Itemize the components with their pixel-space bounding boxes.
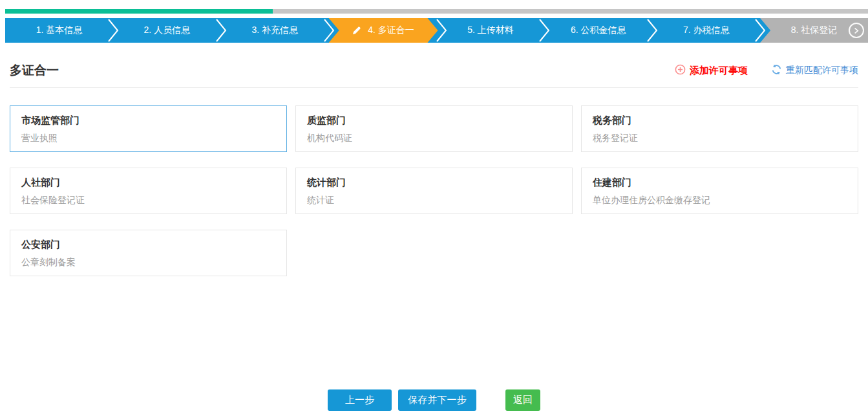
step-provident-fund-info[interactable]: 6. 公积金信息 bbox=[544, 18, 652, 43]
save-and-next-button[interactable]: 保存并下一步 bbox=[398, 389, 476, 411]
step-label: 1. 基本信息 bbox=[36, 25, 83, 36]
card-certificate: 营业执照 bbox=[21, 133, 275, 144]
title-row: 多证合一 添加许可事项 重新匹配许可事项 bbox=[10, 62, 858, 79]
license-card[interactable]: 统计部门 统计证 bbox=[295, 168, 573, 214]
step-personnel-info[interactable]: 2. 人员信息 bbox=[113, 18, 221, 43]
add-license-link[interactable]: 添加许可事项 bbox=[675, 64, 748, 77]
license-card-grid: 市场监管部门 营业执照 质监部门 机构代码证 税务部门 税务登记证 人社部门 社… bbox=[10, 105, 858, 276]
step-upload-materials[interactable]: 5. 上传材料 bbox=[437, 18, 545, 43]
step-label: 5. 上传材料 bbox=[467, 25, 514, 36]
card-department: 公安部门 bbox=[21, 239, 275, 251]
card-certificate: 统计证 bbox=[307, 195, 561, 206]
wizard-progress-track bbox=[5, 9, 868, 14]
more-steps-icon[interactable] bbox=[849, 23, 864, 38]
refresh-icon bbox=[771, 64, 782, 77]
license-card[interactable]: 税务部门 税务登记证 bbox=[581, 105, 858, 152]
step-label: 7. 办税信息 bbox=[683, 25, 730, 36]
card-department: 统计部门 bbox=[307, 177, 561, 189]
step-label: 4. 多证合一 bbox=[368, 25, 414, 36]
add-license-label: 添加许可事项 bbox=[690, 65, 748, 77]
title-divider bbox=[10, 87, 858, 88]
step-label: 3. 补充信息 bbox=[251, 25, 298, 36]
step-label: 2. 人员信息 bbox=[144, 25, 191, 36]
card-department: 质监部门 bbox=[307, 115, 561, 127]
rematch-license-link[interactable]: 重新匹配许可事项 bbox=[771, 64, 858, 77]
rematch-license-label: 重新匹配许可事项 bbox=[786, 65, 858, 76]
card-certificate: 公章刻制备案 bbox=[21, 257, 275, 268]
page-title: 多证合一 bbox=[10, 62, 59, 79]
step-label: 8. 社保登记 bbox=[791, 25, 838, 36]
step-tax-info[interactable]: 7. 办税信息 bbox=[652, 18, 760, 43]
plus-circle-icon bbox=[675, 64, 686, 77]
card-department: 人社部门 bbox=[21, 177, 275, 189]
progress-fill bbox=[5, 9, 273, 14]
license-card[interactable]: 住建部门 单位办理住房公积金缴存登记 bbox=[581, 168, 858, 214]
back-button[interactable]: 返回 bbox=[505, 389, 540, 411]
step-social-security[interactable]: 8. 社保登记 bbox=[760, 18, 868, 43]
step-supplementary-info[interactable]: 3. 补充信息 bbox=[221, 18, 329, 43]
card-department: 税务部门 bbox=[593, 115, 847, 127]
step-multi-certificate[interactable]: 4. 多证合一 bbox=[329, 18, 437, 43]
header-actions: 添加许可事项 重新匹配许可事项 bbox=[675, 64, 858, 77]
edit-icon bbox=[351, 25, 362, 36]
main-content: 多证合一 添加许可事项 重新匹配许可事项 市场监管部门 营业执照 质监部门 机构… bbox=[0, 62, 868, 276]
card-certificate: 税务登记证 bbox=[593, 133, 847, 144]
footer-actions: 上一步 保存并下一步 返回 bbox=[0, 389, 868, 411]
license-card[interactable]: 公安部门 公章刻制备案 bbox=[10, 230, 287, 276]
step-label: 6. 公积金信息 bbox=[571, 25, 626, 36]
card-department: 市场监管部门 bbox=[21, 115, 275, 127]
step-wizard: 1. 基本信息 2. 人员信息 3. 补充信息 4. 多证合一 5. 上传材料 … bbox=[5, 18, 868, 43]
license-card[interactable]: 质监部门 机构代码证 bbox=[295, 105, 573, 152]
card-certificate: 社会保险登记证 bbox=[21, 195, 275, 206]
license-card[interactable]: 人社部门 社会保险登记证 bbox=[10, 168, 287, 214]
license-card[interactable]: 市场监管部门 营业执照 bbox=[10, 105, 287, 152]
card-certificate: 单位办理住房公积金缴存登记 bbox=[593, 195, 847, 206]
previous-step-button[interactable]: 上一步 bbox=[328, 389, 392, 411]
card-certificate: 机构代码证 bbox=[307, 133, 561, 144]
card-department: 住建部门 bbox=[593, 177, 847, 189]
step-basic-info[interactable]: 1. 基本信息 bbox=[5, 18, 113, 43]
